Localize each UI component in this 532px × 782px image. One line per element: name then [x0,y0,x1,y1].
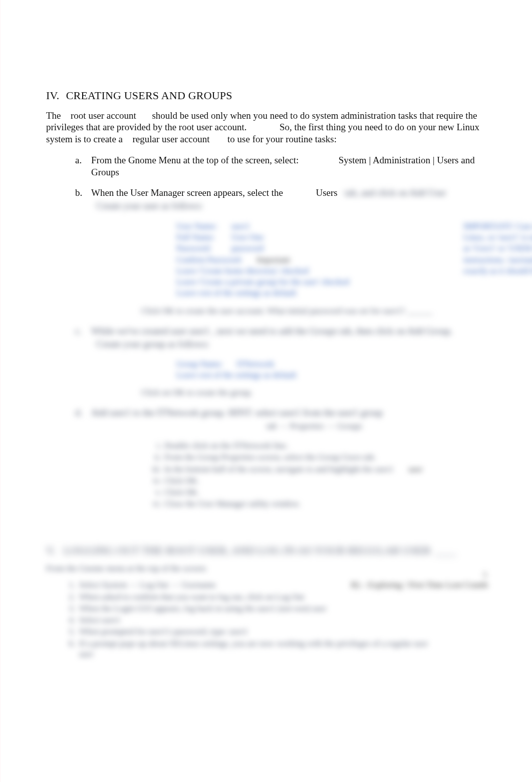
section-5-title: LOGGING OUT THE ROOT USER, AND LOG IN AS… [64,544,431,557]
item-d-marker: d. [75,407,82,419]
section-5: V. LOGGING OUT THE ROOT USER, AND LOG IN… [46,544,488,660]
section-4-list: a. From the Gnome Menu at the top of the… [75,154,488,509]
item-b-users: Users [316,187,337,198]
item-b-right-col: IMPORTANT: Case does matter in Linux, so… [463,221,532,276]
item-b: b. When the User Manager screen appears,… [75,187,488,316]
item-b-marker: b. [75,187,82,199]
item-b-remain: tab, and click on Add User [345,187,446,198]
item-d-lead: Add user1 to the ITNetwork group. HINT: … [91,407,383,418]
item-b-lead: When the User Manager screen appears, se… [91,187,283,198]
section-5-list: 1.Select System → Log Out → Username 2.W… [64,580,488,659]
section-4-title: CREATING USERS AND GROUPS [66,89,232,102]
footer-ref: B) – Exploring / First Time Loot Crumb [351,580,488,590]
section-4-intro: The root user account should be used onl… [46,110,488,145]
intro-p1: The [46,110,61,121]
section-5-number: V. [46,544,56,557]
item-b-note: Click OK to create the user account. Wha… [141,306,488,316]
item-c-table: Group Name:ITNetwork Leave rest of the s… [176,359,488,380]
item-b-columns: User Name:user1 Full Name:User One Passw… [176,221,488,299]
page-footer: 5 B) – Exploring / First Time Loot Crumb [351,571,488,590]
section-4-number: IV. [46,89,63,103]
item-d-right: tab → Properties → Groups [267,421,488,431]
item-b-left-col: User Name:user1 Full Name:User One Passw… [176,221,349,299]
decorative-left-sliver [0,0,1,782]
section-4-heading: IV. CREATING USERS AND GROUPS [46,89,488,103]
item-c-note: Click on OK to create the group. [141,387,488,398]
intro-root: root user account [71,110,136,121]
intro-regular: regular user account [133,134,210,144]
item-c-marker: c. [75,325,82,337]
item-c-lead: While we've created user user1 , next we… [91,326,453,336]
page-number: 5 [351,571,488,579]
item-c: c. While we've created user user1 , next… [75,325,488,398]
item-c-sub: Create your group as follows: [96,338,488,350]
item-a-lead: From the Gnome Menu at the top of the sc… [91,155,299,165]
section-5-heading: V. LOGGING OUT THE ROOT USER, AND LOG IN… [46,544,488,558]
item-d: d. Add user1 to the ITNetwork group. HIN… [75,407,488,509]
item-b-sub: Create your user as follows: [96,200,488,212]
item-d-roman-list: i.Double click on the ITNetwork line. ii… [146,440,488,509]
item-a-marker: a. [75,154,82,166]
intro-p4: to use for your routine tasks: [227,134,337,144]
item-a: a. From the Gnome Menu at the top of the… [75,154,488,178]
